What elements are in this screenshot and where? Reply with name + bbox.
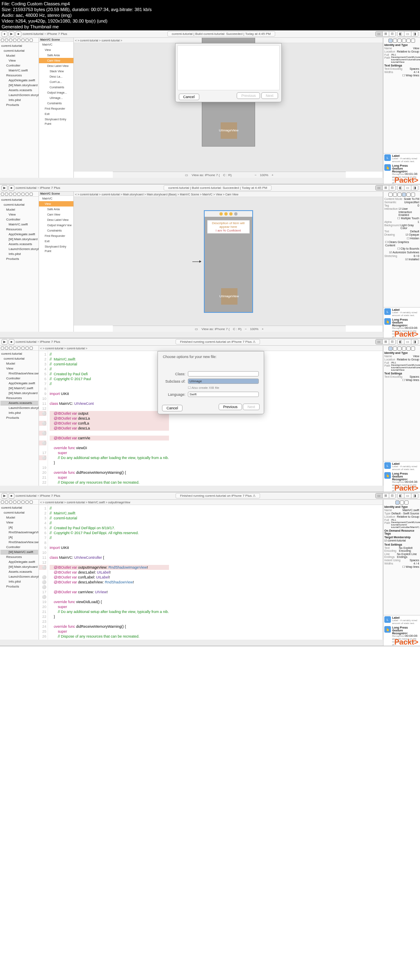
stop-button[interactable]: ■ xyxy=(16,31,21,37)
nav-item[interactable]: Model xyxy=(0,53,38,58)
nav-item[interactable]: Resources xyxy=(0,227,38,232)
outline-item[interactable]: Desc Label View xyxy=(39,217,73,223)
nav-item[interactable]: coreml-tutorial xyxy=(0,48,38,53)
nav-item[interactable]: Assets.xcassets xyxy=(0,242,38,247)
nav-item[interactable]: Assets.xcassets xyxy=(0,401,38,406)
nav-item[interactable]: AppDelegate.swift xyxy=(0,78,38,83)
scheme-project[interactable]: coreml-tutorial xyxy=(16,494,37,498)
nav-item[interactable]: [M] Main.storyboard xyxy=(0,565,38,569)
insp-wrap[interactable]: Wrap lines xyxy=(406,74,419,77)
editor-mode-seg[interactable]: ▭⊞⊟ xyxy=(375,493,396,498)
nav-item[interactable]: Resources xyxy=(0,73,38,78)
outline-item[interactable]: MainVC xyxy=(39,42,73,47)
next-button[interactable]: Next xyxy=(261,92,278,99)
code-body[interactable]: // // MainVC.swift // coreml-tutorial //… xyxy=(48,505,171,640)
outline-item[interactable]: First Responder xyxy=(39,106,73,111)
nav-item[interactable]: Model xyxy=(0,515,38,520)
nav-item[interactable]: Controller xyxy=(0,376,38,381)
nav-item[interactable]: [M] Main.storyboard xyxy=(0,391,38,396)
insp-w-v[interactable]: 4 / 4 xyxy=(413,71,419,73)
outline-item[interactable]: First Responder xyxy=(39,233,73,239)
outline-item[interactable]: Storyboard Entry Point xyxy=(39,244,73,254)
vc-title-bar[interactable] xyxy=(205,211,252,217)
nav-item[interactable]: Controller xyxy=(0,63,38,68)
nav-item[interactable]: View xyxy=(0,366,38,371)
nav-item[interactable]: RndShadowView.swift xyxy=(0,371,38,376)
zoom-out-button[interactable]: − xyxy=(255,173,257,177)
zoom-in-button[interactable]: + xyxy=(272,173,274,177)
previous-button[interactable]: Previous xyxy=(237,92,260,99)
outline-item[interactable]: Constraints xyxy=(39,85,73,90)
nav-item[interactable]: Model xyxy=(0,207,38,212)
jump-bar[interactable]: < > coreml-tutorial > coreml-tutorial > … xyxy=(39,500,383,505)
uiimageview-box[interactable]: UIImageView xyxy=(221,288,237,305)
stop-button[interactable]: ■ xyxy=(9,493,14,499)
nav-item[interactable]: Controller xyxy=(0,545,38,550)
nav-item[interactable]: AppDelegate.swift xyxy=(0,560,38,565)
jump-path[interactable]: < > coreml-tutorial > coreml-tutorial > … xyxy=(75,193,238,196)
nav-item[interactable]: LaunchScreen.storyboard xyxy=(0,247,38,252)
outline-item[interactable]: Safe Area xyxy=(39,53,73,58)
nav-item[interactable]: MainVC.swift xyxy=(0,68,38,73)
nav-item[interactable]: coreml-tutorial xyxy=(0,356,38,361)
outline-item[interactable]: MainVC xyxy=(39,196,73,201)
document-outline[interactable]: MainVC Scene MainVCViewSafe AreaCam View… xyxy=(39,192,74,332)
uiimageview-box[interactable]: UIImageView xyxy=(221,122,237,139)
outline-item[interactable]: Desc La... xyxy=(39,74,73,79)
lib-item-label[interactable]: LLabelLabel - A variably sized amount of… xyxy=(384,308,419,317)
nav-item[interactable]: AppDelegate.swift xyxy=(0,232,38,237)
jump-path[interactable]: < > coreml-tutorial > coreml-tutorial > xyxy=(40,347,87,350)
outline-item[interactable]: Storyboard Entry Point xyxy=(39,117,73,126)
outline-item[interactable]: Safe Area xyxy=(39,207,73,212)
view-as-label[interactable]: View as: iPhone 7 ( xyxy=(192,173,220,177)
nav-item[interactable]: Products xyxy=(0,415,38,420)
run-button[interactable]: ▶ xyxy=(2,493,7,499)
nav-item[interactable]: Products xyxy=(0,257,38,262)
inspector-tabs[interactable] xyxy=(384,39,419,43)
nav-item[interactable]: Resources xyxy=(0,555,38,560)
panel-toggle-seg[interactable]: ◧▭◨ xyxy=(397,185,418,190)
new-file-options-sheet[interactable]: Choose options for your new file: Class:… xyxy=(158,351,264,414)
editor-mode-seg[interactable]: ▭⊞⊟ xyxy=(375,185,396,190)
outline-item[interactable]: UIImage... xyxy=(39,95,73,101)
new-file-sheet[interactable]: Cancel Previous Next xyxy=(175,43,282,102)
previous-button[interactable]: Previous xyxy=(219,404,242,410)
outline-item[interactable]: Constraints xyxy=(39,101,73,106)
nav-item[interactable]: [M] MainVC.swift xyxy=(0,386,38,391)
nav-item[interactable]: View xyxy=(0,212,38,217)
run-button[interactable]: ▶ xyxy=(2,185,7,191)
nav-item[interactable]: coreml-tutorial xyxy=(0,505,38,510)
nav-item[interactable]: Assets.xcassets xyxy=(0,569,38,574)
panel-toggle-seg[interactable]: ◧▭◨ xyxy=(397,493,418,498)
ib-bottom-bar[interactable]: ▭ View as: iPhone 7 ( C : R) − 100% + xyxy=(113,172,346,178)
close-icon[interactable]: ● xyxy=(2,31,7,37)
nav-item[interactable]: Info.plist xyxy=(0,252,38,257)
jump-path[interactable]: < > coreml-tutorial > coreml-tutorial > … xyxy=(40,501,130,504)
jump-bar[interactable]: < > coreml-tutorial > coreml-tutorial > … xyxy=(74,192,383,197)
nav-item[interactable]: View xyxy=(0,520,38,525)
nav-item[interactable]: AppDelegate.swift xyxy=(0,381,38,386)
ib-bottom-bar[interactable]: ▭View as: iPhone 7 (C : R) −100%+ xyxy=(113,326,346,332)
next-button[interactable]: Next xyxy=(243,404,260,410)
nav-item[interactable]: coreml-tutorial xyxy=(0,351,38,356)
scheme-project[interactable]: coreml-tutorial xyxy=(16,186,37,190)
scheme-device[interactable]: iPhone 7 Plus xyxy=(40,340,60,344)
subclass-field[interactable]: UIImage xyxy=(188,379,259,384)
document-outline[interactable]: MainVC Scene MainVCViewSafe AreaCam View… xyxy=(39,38,74,178)
code-body[interactable]: // // MainVC.swift // coreml-tutorial //… xyxy=(48,351,171,486)
stop-button[interactable]: ■ xyxy=(9,185,14,191)
nav-item[interactable]: LaunchScreen.storyboard xyxy=(0,93,38,98)
nav-item[interactable]: coreml-tutorial xyxy=(0,44,38,48)
nav-item[interactable]: [A] RndShadowImageView.swift xyxy=(0,525,38,535)
panel-toggle-seg[interactable]: ◧▭◨ xyxy=(397,339,418,344)
outline-item[interactable]: Cam View xyxy=(39,212,73,217)
outline-item[interactable]: View xyxy=(39,201,73,207)
nav-item[interactable]: coreml-tutorial xyxy=(0,202,38,207)
nav-item[interactable]: Assets.xcassets xyxy=(0,88,38,93)
project-navigator[interactable]: coreml-tutorialcoreml-tutorialModelViewC… xyxy=(0,192,39,332)
nav-item[interactable]: LaunchScreen.storyboard xyxy=(0,574,38,579)
view-as-icon[interactable]: ▭ xyxy=(185,173,188,177)
insp-loc-v[interactable]: Relative to Group xyxy=(397,50,419,53)
outline-item[interactable]: Desc Label View xyxy=(39,63,73,69)
scheme-project[interactable]: coreml-tutorial xyxy=(23,32,43,36)
